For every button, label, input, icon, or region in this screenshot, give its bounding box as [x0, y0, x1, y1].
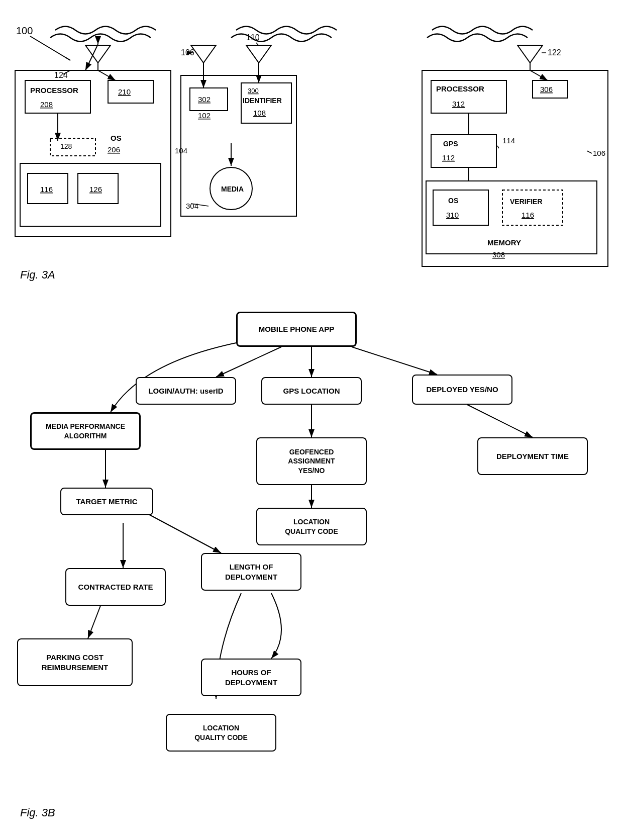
- location-quality1-box: LOCATION QUALITY CODE: [256, 508, 367, 545]
- svg-rect-70: [426, 181, 597, 254]
- contracted-rate-label: CONTRACTED RATE: [78, 582, 153, 592]
- svg-line-85: [352, 347, 437, 375]
- gps-location-label: GPS LOCATION: [283, 386, 340, 396]
- svg-text:124: 124: [54, 71, 68, 79]
- svg-text:208: 208: [40, 100, 53, 109]
- svg-rect-31: [50, 138, 95, 156]
- location-quality2-label: LOCATION QUALITY CODE: [194, 723, 248, 741]
- media-perf-label: MEDIA PERFORMANCE ALGORITHM: [46, 422, 125, 440]
- svg-rect-20: [15, 70, 171, 236]
- fig3a-label: Fig. 3A: [20, 268, 55, 282]
- svg-marker-16: [517, 45, 543, 63]
- deployed-yes-no-label: DEPLOYED YES/NO: [426, 385, 498, 395]
- parking-cost-box: PARKING COST REIMBURSEMENT: [17, 638, 133, 686]
- svg-text:PROCESSOR: PROCESSOR: [436, 84, 484, 93]
- svg-text:102: 102: [198, 111, 211, 120]
- deployed-yes-no-box: DEPLOYED YES/NO: [412, 375, 512, 405]
- svg-rect-73: [433, 190, 488, 225]
- location-quality1-label: LOCATION QUALITY CODE: [285, 517, 338, 535]
- svg-text:302: 302: [198, 95, 211, 104]
- svg-line-88: [467, 405, 533, 437]
- fig3b-label: Fig. 3B: [20, 806, 55, 819]
- svg-line-53: [191, 204, 209, 206]
- svg-text:300: 300: [248, 87, 259, 95]
- svg-text:122: 122: [548, 48, 561, 57]
- mobile-app-box: MOBILE PHONE APP: [236, 312, 357, 347]
- contracted-rate-box: CONTRACTED RATE: [65, 568, 166, 606]
- svg-text:112: 112: [442, 153, 455, 162]
- fig3a: 100 124 106 110: [0, 10, 623, 292]
- svg-text:100: 100: [16, 25, 33, 36]
- svg-text:OS: OS: [448, 197, 458, 205]
- svg-line-92: [88, 606, 100, 638]
- deployment-time-box: DEPLOYMENT TIME: [477, 437, 588, 475]
- svg-text:312: 312: [452, 100, 465, 108]
- svg-text:MEDIA: MEDIA: [221, 185, 244, 193]
- svg-line-1: [30, 36, 70, 60]
- svg-rect-41: [190, 88, 228, 111]
- svg-text:104: 104: [175, 146, 187, 155]
- deployment-time-label: DEPLOYMENT TIME: [496, 451, 569, 461]
- fig3b: MOBILE PHONE APP LOGIN/AUTH: userID GPS …: [0, 297, 623, 824]
- svg-line-7: [63, 70, 70, 74]
- svg-text:VERIFIER: VERIFIER: [510, 198, 543, 206]
- svg-text:304: 304: [186, 202, 198, 210]
- media-perf-box: MEDIA PERFORMANCE ALGORITHM: [30, 412, 141, 450]
- hours-deployment-label: HOURS OF DEPLOYMENT: [225, 668, 277, 687]
- svg-text:110: 110: [246, 33, 260, 42]
- gps-location-box: GPS LOCATION: [261, 377, 362, 405]
- svg-line-69: [587, 151, 592, 153]
- location-quality2-box: LOCATION QUALITY CODE: [166, 714, 276, 752]
- svg-text:306: 306: [540, 85, 553, 94]
- svg-text:128: 128: [60, 142, 72, 150]
- svg-text:108: 108: [253, 109, 266, 117]
- svg-rect-40: [181, 75, 296, 216]
- svg-rect-35: [20, 163, 161, 226]
- svg-text:206: 206: [108, 145, 120, 154]
- login-auth-label: LOGIN/AUTH: userID: [148, 386, 223, 396]
- svg-text:GPS: GPS: [443, 140, 458, 148]
- geofenced-label: GEOFENCED ASSIGNMENT YES/NO: [288, 447, 335, 475]
- svg-text:116: 116: [40, 185, 53, 194]
- svg-text:MEMORY: MEMORY: [487, 238, 521, 247]
- svg-text:210: 210: [118, 87, 131, 96]
- svg-text:IDENTIFIER: IDENTIFIER: [243, 97, 282, 105]
- target-metric-box: TARGET METRIC: [60, 488, 153, 515]
- svg-text:OS: OS: [111, 134, 122, 142]
- svg-line-15: [256, 43, 259, 46]
- svg-text:114: 114: [502, 136, 515, 145]
- svg-rect-56: [422, 70, 608, 266]
- svg-rect-58: [431, 80, 506, 113]
- svg-text:126: 126: [89, 185, 102, 194]
- svg-marker-8: [191, 45, 216, 63]
- svg-rect-38: [78, 173, 118, 204]
- svg-text:116: 116: [522, 211, 534, 219]
- svg-rect-76: [502, 190, 563, 225]
- length-deployment-label: LENGTH OF DEPLOYMENT: [225, 562, 277, 582]
- svg-text:310: 310: [446, 211, 459, 219]
- mobile-app-label: MOBILE PHONE APP: [259, 324, 334, 334]
- svg-rect-24: [25, 80, 90, 113]
- svg-line-23: [85, 44, 98, 70]
- svg-line-2: [65, 57, 70, 60]
- svg-text:PROCESSOR: PROCESSOR: [30, 86, 78, 95]
- svg-line-22: [98, 70, 116, 80]
- svg-rect-27: [108, 80, 153, 103]
- svg-rect-63: [431, 135, 496, 167]
- svg-text:106: 106: [593, 149, 605, 157]
- svg-line-57: [530, 70, 548, 80]
- svg-marker-3: [85, 45, 111, 63]
- svg-text:106: 106: [181, 48, 194, 57]
- svg-rect-36: [28, 173, 68, 204]
- svg-rect-44: [241, 83, 291, 123]
- parking-cost-label: PARKING COST REIMBURSEMENT: [42, 652, 109, 672]
- login-auth-box: LOGIN/AUTH: userID: [136, 377, 236, 405]
- svg-marker-12: [246, 45, 271, 63]
- svg-text:308: 308: [492, 250, 505, 259]
- svg-line-67: [497, 146, 499, 148]
- length-deployment-box: LENGTH OF DEPLOYMENT: [201, 553, 301, 591]
- target-metric-label: TARGET METRIC: [76, 497, 137, 507]
- svg-line-90: [146, 513, 221, 553]
- svg-line-83: [216, 347, 281, 377]
- hours-deployment-box: HOURS OF DEPLOYMENT: [201, 659, 301, 696]
